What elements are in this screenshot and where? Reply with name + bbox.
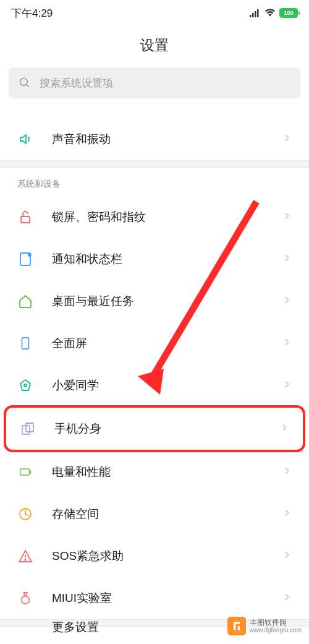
- svg-rect-2: [255, 11, 256, 17]
- watermark-url: www.dgfengtu.com: [250, 627, 302, 634]
- item-label: 更多设置: [52, 619, 99, 635]
- svg-rect-0: [250, 15, 252, 17]
- svg-point-8: [28, 253, 32, 257]
- item-label: 锁屏、密码和指纹: [52, 209, 282, 225]
- svg-rect-6: [21, 217, 30, 223]
- item-label: 存储空间: [52, 506, 282, 522]
- wifi-icon: [265, 9, 276, 17]
- storage-icon: [17, 506, 33, 522]
- watermark-logo-icon: [227, 617, 246, 635]
- chevron-right-icon: [279, 423, 289, 435]
- battery-icon: 100: [279, 8, 298, 18]
- partial-cut-top: [0, 105, 309, 118]
- item-sos[interactable]: SOS紧急求助: [0, 535, 309, 577]
- item-label: 桌面与最近任务: [52, 293, 282, 309]
- lab-icon: [17, 590, 33, 606]
- item-sound-vibration[interactable]: 声音和振动: [0, 118, 309, 160]
- item-desktop[interactable]: 桌面与最近任务: [0, 280, 309, 322]
- home-icon: [17, 293, 33, 309]
- notification-icon: [17, 251, 33, 267]
- watermark: 丰图软件园 www.dgfengtu.com: [227, 617, 302, 635]
- watermark-name: 丰图软件园: [250, 618, 302, 627]
- signal-icon: [250, 9, 261, 17]
- item-phone-clone[interactable]: 手机分身: [6, 408, 303, 450]
- status-right: 100: [250, 8, 298, 18]
- svg-rect-14: [30, 471, 32, 474]
- chevron-right-icon: [282, 253, 292, 265]
- item-label: SOS紧急求助: [52, 548, 282, 564]
- sos-icon: [17, 548, 33, 564]
- lock-icon: [17, 209, 33, 225]
- chevron-right-icon: [282, 508, 292, 520]
- chevron-right-icon: [282, 379, 292, 392]
- svg-rect-9: [22, 338, 29, 349]
- status-bar: 下午4:29 100: [0, 0, 309, 26]
- search-icon: [19, 77, 31, 89]
- svg-point-17: [25, 559, 26, 560]
- svg-point-18: [22, 596, 30, 604]
- item-xiaoai[interactable]: 小爱同学: [0, 364, 309, 406]
- chevron-right-icon: [282, 211, 292, 223]
- item-label: 电量和性能: [52, 464, 282, 480]
- chevron-right-icon: [282, 592, 292, 604]
- item-label: 声音和振动: [52, 131, 282, 147]
- item-storage[interactable]: 存储空间: [0, 493, 309, 535]
- item-label: 全面屏: [52, 335, 282, 351]
- chevron-right-icon: [282, 295, 292, 307]
- item-notification[interactable]: 通知和状态栏: [0, 238, 309, 280]
- sound-icon: [17, 131, 33, 147]
- xiaoai-icon: [17, 377, 33, 393]
- highlight-annotation: 手机分身: [4, 405, 305, 452]
- item-label: 手机分身: [54, 421, 279, 437]
- section-divider: [0, 160, 309, 168]
- svg-point-10: [24, 384, 27, 387]
- chevron-right-icon: [282, 337, 292, 350]
- page-title: 设置: [0, 26, 309, 67]
- battery-perf-icon: [17, 464, 33, 480]
- item-fullscreen[interactable]: 全面屏: [0, 322, 309, 364]
- fullscreen-icon: [17, 335, 33, 351]
- chevron-right-icon: [282, 466, 292, 478]
- status-time: 下午4:29: [11, 6, 53, 20]
- item-label: 通知和状态栏: [52, 251, 282, 267]
- item-battery[interactable]: 电量和性能: [0, 451, 309, 493]
- svg-rect-1: [252, 13, 254, 17]
- chevron-right-icon: [282, 550, 292, 562]
- svg-rect-13: [20, 469, 30, 475]
- item-label: 小爱同学: [52, 377, 282, 393]
- clone-icon: [20, 421, 36, 437]
- search-bar[interactable]: 搜索系统设置项: [9, 67, 300, 98]
- item-label: MIUI实验室: [52, 590, 282, 606]
- svg-line-5: [27, 85, 29, 87]
- svg-rect-3: [257, 9, 259, 17]
- svg-point-4: [20, 79, 28, 86]
- search-placeholder: 搜索系统设置项: [40, 76, 113, 90]
- section-header: 系统和设备: [0, 168, 309, 196]
- item-lockscreen[interactable]: 锁屏、密码和指纹: [0, 196, 309, 238]
- chevron-right-icon: [282, 133, 292, 145]
